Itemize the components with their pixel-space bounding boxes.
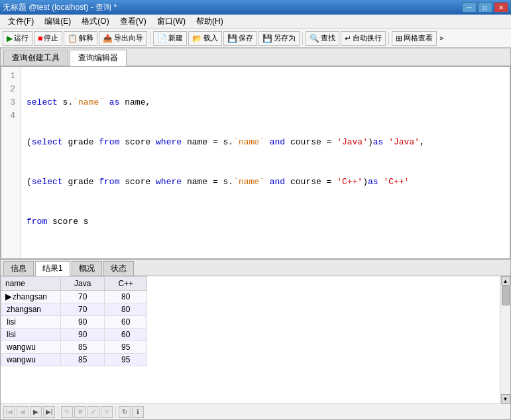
- col-header-name: name: [1, 277, 61, 291]
- load-icon: 📂: [192, 34, 202, 43]
- line-num-1: 1: [7, 70, 15, 83]
- nav-prev-button[interactable]: ◀: [17, 406, 28, 418]
- tab-profile[interactable]: 概况: [72, 261, 102, 276]
- nav-next-button[interactable]: ▶: [30, 406, 42, 418]
- row-cpp-cell: 80: [105, 303, 147, 316]
- export-button[interactable]: 📤 导出向导: [99, 31, 147, 46]
- autowrap-icon: ↵: [345, 34, 351, 43]
- row-java-cell: 90: [61, 329, 105, 341]
- nav-last-button[interactable]: ▶|: [43, 406, 55, 418]
- nav-cancel-button[interactable]: ✕: [101, 406, 113, 418]
- explain-button[interactable]: 📋 解释: [64, 31, 97, 46]
- row-name-cell: ▶zhangsan: [1, 291, 61, 303]
- saveas-icon: 💾: [262, 34, 272, 43]
- table-header-row: name Java C++: [1, 277, 147, 291]
- find-button[interactable]: 🔍 查找: [306, 31, 339, 46]
- row-java-cell: 70: [61, 303, 105, 316]
- nav-save-button[interactable]: ✔: [87, 406, 99, 418]
- minimize-button[interactable]: ─: [462, 2, 477, 13]
- row-cpp-cell: 95: [105, 354, 147, 366]
- nav-refresh-button[interactable]: ↻: [119, 406, 131, 418]
- toolbar-expand[interactable]: »: [438, 34, 445, 42]
- run-button[interactable]: ▶ 运行: [3, 31, 32, 46]
- nav-first-button[interactable]: |◀: [3, 406, 15, 418]
- save-button[interactable]: 💾 保存: [223, 31, 257, 46]
- grid-icon: ⊞: [396, 34, 402, 43]
- find-icon: 🔍: [310, 34, 319, 43]
- stop-icon: ■: [38, 34, 42, 43]
- table-row[interactable]: ▶zhangsan7080: [1, 291, 147, 303]
- grid-button[interactable]: ⊞ 网格查看: [392, 31, 437, 46]
- scroll-down-button[interactable]: ▼: [501, 394, 510, 403]
- scroll-track: [500, 286, 510, 394]
- toolbar-sep-3: [388, 32, 389, 45]
- app-title: 无标题 @test (localhost) - 查询 *: [3, 2, 117, 13]
- new-button[interactable]: 📄 新建: [153, 31, 187, 46]
- nav-sep-2: [115, 407, 116, 417]
- code-area[interactable]: select s.`name` as name, (select grade f…: [21, 67, 510, 258]
- editor-section: 查询创建工具 查询编辑器 1 2 3 4 select s.`name` as …: [0, 48, 511, 260]
- editor-content: 1 2 3 4 select s.`name` as name, (select…: [1, 67, 510, 258]
- tab-query-editor[interactable]: 查询编辑器: [70, 50, 127, 66]
- autowrap-button[interactable]: ↵ 自动换行: [341, 31, 386, 46]
- toolbar: ▶ 运行 ■ 停止 📋 解释 📤 导出向导 📄 新建 📂 载入 💾 保存 💾 另…: [0, 29, 511, 48]
- nav-info-button[interactable]: ℹ: [132, 406, 144, 418]
- menu-window[interactable]: 窗口(W): [152, 15, 191, 28]
- load-button[interactable]: 📂 载入: [188, 31, 222, 46]
- save-icon: 💾: [227, 34, 237, 43]
- code-line-4: from score s: [27, 215, 504, 229]
- result-tab-bar: 信息 结果1 概况 状态: [1, 260, 510, 276]
- row-cpp-cell: 95: [105, 341, 147, 354]
- toolbar-sep-2: [302, 32, 303, 45]
- tab-info[interactable]: 信息: [3, 261, 34, 276]
- menu-file[interactable]: 文件(F): [3, 15, 39, 28]
- tab-status[interactable]: 状态: [103, 261, 134, 276]
- row-cpp-cell: 80: [105, 291, 147, 303]
- tab-query-builder[interactable]: 查询创建工具: [3, 50, 68, 66]
- row-name-cell: zhangsan: [1, 303, 61, 316]
- row-java-cell: 85: [61, 341, 105, 354]
- nav-add-button[interactable]: ✎: [61, 406, 73, 418]
- table-row[interactable]: lisi9060: [1, 316, 147, 329]
- results-section: 信息 结果1 概况 状态 name Java C++ ▶zhangsan708: [0, 260, 511, 420]
- menu-bar: 文件(F) 编辑(E) 格式(O) 查看(V) 窗口(W) 帮助(H): [0, 15, 511, 29]
- menu-view[interactable]: 查看(V): [115, 15, 152, 28]
- new-icon: 📄: [157, 34, 167, 43]
- table-row[interactable]: wangwu8595: [1, 354, 147, 366]
- row-name-cell: lisi: [1, 329, 61, 341]
- code-line-2: (select grade from score where name = s.…: [27, 136, 504, 149]
- scroll-up-button[interactable]: ▲: [501, 276, 510, 286]
- stop-button[interactable]: ■ 停止: [34, 31, 62, 46]
- col-header-cpp: C++: [105, 277, 147, 291]
- line-numbers: 1 2 3 4: [1, 67, 21, 258]
- window-controls: ─ □ ✕: [462, 2, 508, 13]
- export-icon: 📤: [103, 34, 113, 43]
- row-name-cell: wangwu: [1, 341, 61, 354]
- table-row[interactable]: zhangsan7080: [1, 303, 147, 316]
- tab-result1[interactable]: 结果1: [35, 261, 70, 276]
- table-row[interactable]: wangwu8595: [1, 341, 147, 354]
- toolbar-sep-1: [150, 32, 150, 45]
- line-num-3: 3: [7, 96, 15, 109]
- saveas-button[interactable]: 💾 另存为: [258, 31, 300, 46]
- table-row[interactable]: lisi9060: [1, 329, 147, 341]
- explain-icon: 📋: [68, 34, 78, 43]
- code-line-3: (select grade from score where name = s.…: [27, 176, 504, 189]
- editor-area[interactable]: 1 2 3 4 select s.`name` as name, (select…: [1, 66, 510, 259]
- scroll-thumb[interactable]: [502, 286, 510, 305]
- maximize-button[interactable]: □: [478, 2, 492, 13]
- row-cpp-cell: 60: [105, 329, 147, 341]
- menu-format[interactable]: 格式(O): [76, 15, 114, 28]
- main-container: 查询创建工具 查询编辑器 1 2 3 4 select s.`name` as …: [0, 48, 511, 420]
- code-line-1: select s.`name` as name,: [27, 96, 504, 109]
- menu-edit[interactable]: 编辑(E): [39, 15, 76, 28]
- menu-help[interactable]: 帮助(H): [191, 15, 229, 28]
- row-java-cell: 70: [61, 291, 105, 303]
- row-java-cell: 85: [61, 354, 105, 366]
- close-button[interactable]: ✕: [494, 2, 508, 13]
- row-cpp-cell: 60: [105, 316, 147, 329]
- table-scroll-area[interactable]: name Java C++ ▶zhangsan7080zhangsan7080l…: [1, 276, 500, 403]
- title-bar: 无标题 @test (localhost) - 查询 * ─ □ ✕: [0, 0, 511, 15]
- result-table: name Java C++ ▶zhangsan7080zhangsan7080l…: [1, 276, 147, 366]
- nav-del-button[interactable]: ✖: [74, 406, 86, 418]
